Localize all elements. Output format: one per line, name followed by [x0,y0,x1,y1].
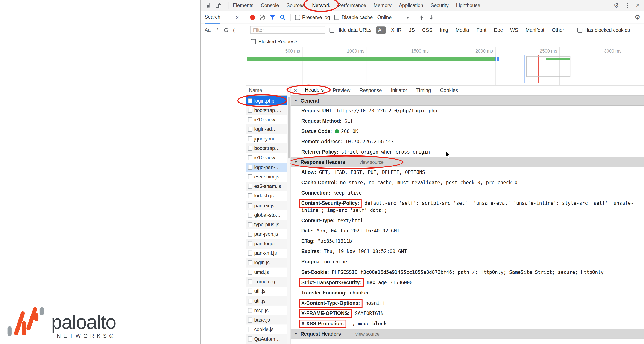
import-har-icon[interactable] [419,14,424,20]
resource-type-filter[interactable]: Font [474,26,489,34]
close-devtools-icon[interactable]: × [636,2,640,9]
name-column-label: Name [249,87,262,93]
details-tab[interactable]: Timing [412,86,436,95]
search-icon[interactable] [280,14,286,20]
devtools-tab[interactable]: Elements [229,0,257,11]
resource-type-filter[interactable]: JS [406,26,417,34]
devtools-tab[interactable]: Sources [283,0,308,11]
request-row[interactable]: type-plus.js [246,220,287,229]
request-row[interactable]: util.js [246,296,287,306]
request-row[interactable]: _umd.req… [246,277,287,287]
details-tab[interactable]: Preview [328,86,355,95]
request-row[interactable]: base.js [246,315,287,325]
settings-gear-icon[interactable]: ⚙ [614,2,619,9]
resource-type-filter[interactable]: XHR [388,26,404,34]
view-source-link[interactable]: view source [356,331,380,336]
devtools-tab[interactable]: Console [257,0,283,11]
throttling-select[interactable]: Online [378,14,410,20]
devtools-tab[interactable]: Application [395,0,427,11]
match-case-icon[interactable]: Aa [204,27,210,33]
preserve-log-checkbox[interactable] [295,15,300,20]
search-drawer-close-icon[interactable]: × [236,14,239,20]
details-tab[interactable]: Cookies [436,86,462,95]
request-row[interactable]: logo-pan-… [246,163,287,172]
request-headers-section-header[interactable]: ▼ Request Headers view source [291,329,644,339]
request-name: ie10-view… [254,117,280,122]
devtools-tab[interactable]: Memory [370,0,395,11]
preserve-log-control[interactable]: Preserve log [295,14,330,20]
disable-cache-control[interactable]: Disable cache [334,14,373,20]
request-row[interactable]: msg.js [246,306,287,315]
network-settings-gear-icon[interactable]: ⚙ [635,14,640,21]
collapse-arrow-icon[interactable]: ▼ [294,99,298,102]
network-overview-timeline[interactable]: 500 ms 1000 ms 1500 ms 2000 ms 2500 ms 3… [246,47,644,86]
resource-type-filter[interactable]: Img [437,26,450,34]
request-name: util.js [254,289,266,294]
details-tab[interactable]: Initiator [386,86,412,95]
request-row[interactable]: cookie.js [246,325,287,334]
request-row[interactable]: lodash.js [246,191,287,201]
request-row[interactable]: pan-json.js [246,229,287,239]
record-network-log-icon[interactable] [250,15,255,20]
request-row[interactable]: pan-extjs… [246,201,287,210]
resource-type-filter[interactable]: Media [453,26,472,34]
filter-input[interactable] [250,26,325,34]
request-row[interactable]: global-sto… [246,210,287,220]
request-row[interactable]: bootstrap… [246,143,287,153]
request-row[interactable]: login.js [246,258,287,268]
inspect-element-icon[interactable] [204,2,211,8]
file-icon [248,193,252,198]
export-har-icon[interactable] [429,14,434,20]
disable-cache-checkbox[interactable] [334,15,340,20]
refresh-icon[interactable] [223,27,228,32]
paloalto-logo: paloalto NETWORKS® [6,304,116,339]
request-row[interactable]: jquery.mi… [246,134,287,143]
resource-type-filter[interactable]: All [376,26,386,34]
devtools-tab[interactable]: Performance [334,0,370,11]
request-row[interactable]: QaAutom… [246,334,287,344]
devtools-tab[interactable]: Security [427,0,452,11]
collapse-arrow-icon[interactable]: ▼ [294,332,298,336]
response-headers-section-header[interactable]: ▼ Response Headers view source [291,157,644,167]
resource-type-filter[interactable]: Doc [491,26,505,34]
devtools-tab[interactable]: Network [308,0,334,11]
hide-data-urls-checkbox[interactable] [330,27,334,32]
requests-column-header[interactable]: Name [246,86,287,96]
request-row[interactable]: bootstrap…. [246,105,287,115]
request-row[interactable]: pan-xml.js [246,248,287,258]
details-tab[interactable]: Response [355,86,386,95]
general-section-header[interactable]: ▼ General [291,96,644,106]
request-row[interactable]: login-ad… [246,124,287,134]
resource-type-filter[interactable]: CSS [420,26,435,34]
close-details-icon[interactable]: × [294,87,297,93]
request-row[interactable]: pan-loggi… [246,239,287,248]
scrollbar-thumb[interactable] [288,97,290,159]
requests-scrollbar[interactable] [287,86,290,344]
header-value: Mon, 04 Jan 2021 16:40:02 GMT [317,228,400,234]
regex-icon[interactable]: .* [215,27,218,33]
resource-type-filter[interactable]: WS [508,26,520,34]
view-source-link[interactable]: view source [360,160,384,164]
request-row[interactable]: ie10-view… [246,153,287,163]
device-toolbar-icon[interactable] [215,2,222,8]
devtools-tab[interactable]: Lighthouse [452,0,484,11]
request-row[interactable]: es5-sham.js [246,182,287,191]
request-name: login.php [254,98,274,103]
more-options-icon[interactable]: ⋮ [624,2,631,9]
clear-network-log-icon[interactable] [260,14,265,20]
request-row[interactable]: util.js [246,287,287,296]
resource-type-filter[interactable]: Manifest [523,26,547,34]
request-row[interactable]: ie10-view… [246,115,287,124]
request-row[interactable]: umd.js [246,268,287,277]
search-drawer-tab[interactable]: Search [204,11,220,23]
resource-type-filter[interactable]: Other [549,26,567,34]
details-tab[interactable]: Headers [300,86,328,95]
hide-data-urls-control[interactable]: Hide data URLs [330,27,372,33]
filter-funnel-icon[interactable] [270,14,275,20]
has-blocked-cookies-checkbox[interactable] [578,27,582,32]
request-row[interactable]: es5-shim.js [246,172,287,181]
request-row[interactable]: login.php [246,96,287,105]
collapse-arrow-icon[interactable]: ▼ [294,160,298,164]
blocked-requests-checkbox[interactable] [251,39,256,44]
has-blocked-cookies-control[interactable]: Has blocked cookies [578,27,630,33]
